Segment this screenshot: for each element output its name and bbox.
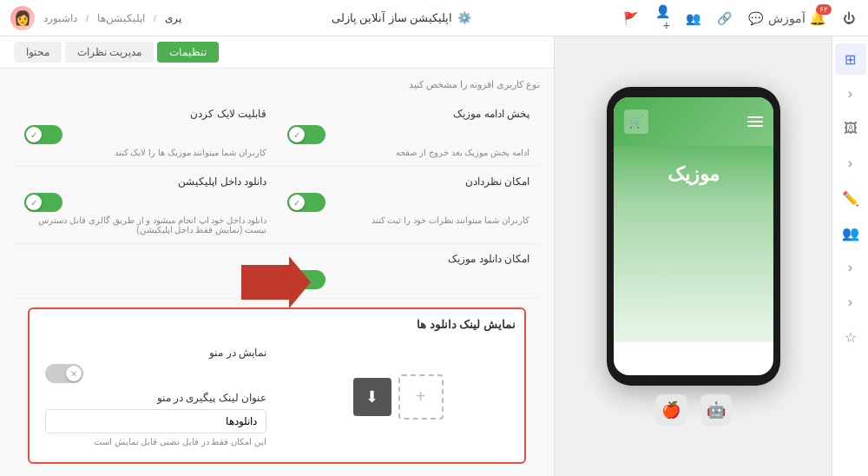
app-title: اپلیکیشن ساز آنلاین پازلی (332, 11, 453, 24)
link-title-note: این امکان فقط در فایل نصبی قابل نمایش اس… (45, 437, 266, 446)
settings-note: نوع کاربری افزونه را مشخص کنید (14, 79, 540, 90)
comment-toggle-knob (289, 195, 305, 210)
link-icon[interactable]: 🔗 (715, 10, 733, 27)
like-toggle-knob (26, 127, 42, 142)
music-play-toggle[interactable] (287, 125, 326, 144)
add-icon: + (416, 387, 426, 407)
like-toggle[interactable] (24, 125, 62, 144)
notification-bell[interactable]: 🔔 ۶۲ (809, 10, 826, 26)
right-sidebar: ⊞ ‹ 🖼 ‹ ✏️ 👥 ‹ ‹ ☆ (832, 36, 868, 476)
download-inapp-desc: دانلود داخل خود اپ انجام میشود و از طریق… (24, 215, 266, 235)
download-section-title: نمایش لینک دانلود ها (38, 318, 516, 331)
download-inapp-title: دانلود داخل اپلیکیشن (24, 175, 266, 188)
sidebar-icon-grid[interactable]: ⊞ (835, 43, 866, 75)
like-toggle-container (24, 125, 266, 144)
download-links-section: نمایش لینک دانلود ها + ⬇ نمایش در منو (28, 307, 526, 464)
sidebar-icon-image[interactable]: 🖼 (835, 113, 866, 144)
training-icon[interactable]: آموزش (778, 10, 795, 27)
music-download-toggle-container (287, 270, 529, 289)
settings-content: نوع کاربری افزونه را مشخص کنید پخش ادامه… (0, 69, 554, 476)
download-inapp-toggle-knob (26, 195, 42, 210)
sidebar-icon-users[interactable]: 👥 (835, 217, 866, 248)
music-play-desc: ادامه پخش موزیک بعد خروج از صفحه (287, 148, 529, 157)
setting-music-play: پخش ادامه موزیک ادامه پخش موزیک بعد خروج… (277, 99, 540, 167)
setting-comment: امکان نظردادن کاربران شما میتوانند نظرات… (277, 167, 540, 244)
music-play-toggle-container (287, 125, 529, 144)
nav-right: پری / اپلیکیشن‌ها / داشبورد 👩 (10, 6, 181, 30)
comment-toggle[interactable] (287, 193, 326, 212)
phone-app-title: موزیک (631, 163, 756, 186)
sidebar-icon-collapse-2[interactable]: ‹ (835, 148, 866, 179)
like-desc: کاربران شما میتوانند موزیک ها را لایک کن… (24, 148, 266, 157)
tab-settings[interactable]: تنظیمات (157, 42, 219, 63)
download-icon: ⬇ (365, 387, 378, 407)
setting-empty (14, 244, 277, 299)
tab-reviews[interactable]: مدیریت نظرات (65, 42, 154, 63)
breadcrumb-current: پری (165, 12, 181, 24)
music-download-toggle[interactable] (287, 270, 326, 289)
comment-desc: کاربران شما میتوانند نظرات خود را ثبت کن… (287, 215, 529, 225)
ios-store-icon[interactable]: 🍎 (655, 394, 687, 426)
phone-bottom-icons: 🤖 🍎 (655, 394, 732, 426)
nav-center-title: ⚙️ اپلیکیشن ساز آنلاین پازلی (332, 11, 472, 24)
music-play-title: پخش ادامه موزیک (287, 108, 529, 120)
like-title: قابلیت لایک کردن (24, 108, 266, 120)
avatar[interactable]: 👩 (10, 6, 35, 30)
content-area: تنظیمات مدیریت نظرات محتوا نوع کاربری اف… (0, 36, 554, 476)
link-title-input[interactable] (45, 409, 266, 433)
flag-icon[interactable]: 🚩 (621, 10, 639, 27)
link-title-label: عنوان لینک پیگیری در منو (45, 392, 266, 404)
tab-content[interactable]: محتوا (14, 42, 62, 63)
download-action-icon[interactable]: ⬇ (353, 378, 391, 416)
android-store-icon[interactable]: 🤖 (700, 394, 732, 426)
comment-toggle-container (287, 193, 529, 212)
notification-badge: ۶۲ (816, 4, 832, 15)
setting-music-download: امکان دانلود موزیک (277, 244, 540, 299)
music-play-toggle-knob (289, 127, 305, 142)
show-in-menu-toggle-knob (66, 366, 82, 381)
download-right-section: نمایش در منو عنوان لینک پیگیری در منو ای… (38, 340, 273, 453)
setting-download-inapp: دانلود داخل اپلیکیشن دانلود داخل خود اپ … (14, 167, 277, 244)
add-user-icon[interactable]: 👤+ (653, 10, 670, 27)
app-icon: ⚙️ (457, 11, 471, 24)
phone-screen: 🛒 موزیک (614, 97, 773, 375)
add-download-icon[interactable]: + (398, 374, 444, 420)
sidebar-icon-pencil[interactable]: ✏️ (835, 182, 866, 214)
sidebar-icon-collapse-3[interactable]: ‹ (835, 252, 866, 283)
users-icon[interactable]: 👥 (684, 10, 701, 27)
download-icons-area: + ⬇ (280, 340, 516, 453)
settings-grid: پخش ادامه موزیک ادامه پخش موزیک بعد خروج… (14, 99, 540, 299)
music-download-title: امکان دانلود موزیک (287, 253, 529, 265)
sidebar-icon-star[interactable]: ☆ (835, 321, 866, 353)
phone-preview-section: 🛒 موزیک 🤖 🍎 (554, 36, 832, 476)
chat-icon[interactable]: 💬 (746, 10, 764, 27)
phone-cart-icon[interactable]: 🛒 (624, 109, 648, 134)
power-icon[interactable]: ⏻ (840, 10, 858, 27)
phone-title-section: موزیک (614, 146, 773, 203)
show-in-menu-toggle[interactable] (45, 364, 83, 383)
phone-frame: 🛒 موزیک (607, 87, 780, 386)
tabs-row: تنظیمات مدیریت نظرات محتوا (0, 36, 554, 69)
comment-title: امکان نظردادن (287, 175, 529, 188)
download-inner-grid: + ⬇ نمایش در منو (38, 340, 516, 453)
download-inapp-toggle-container (24, 193, 266, 212)
phone-menu-icon[interactable] (747, 116, 763, 127)
top-navigation: ⏻ 🔔 ۶۲ آموزش 💬 🔗 👥 👤+ 🚩 ⚙️ اپلیکیشن ساز … (0, 0, 868, 36)
training-label: آموزش (768, 11, 806, 25)
music-download-toggle-knob (289, 272, 305, 288)
sidebar-icon-collapse-1[interactable]: ‹ (835, 78, 866, 109)
nav-left: ⏻ 🔔 ۶۲ آموزش 💬 🔗 👥 👤+ 🚩 (621, 10, 858, 27)
main-layout: ⊞ ‹ 🖼 ‹ ✏️ 👥 ‹ ‹ ☆ 🛒 موزیک (0, 36, 868, 476)
menu-toggle-row (45, 364, 266, 383)
show-in-menu-label: نمایش در منو (45, 347, 266, 359)
download-inapp-toggle[interactable] (24, 193, 62, 212)
setting-like: قابلیت لایک کردن کاربران شما میتوانند مو… (14, 99, 277, 167)
sidebar-icon-collapse-4[interactable]: ‹ (835, 287, 866, 318)
phone-header: 🛒 (614, 97, 773, 146)
breadcrumb-home: داشبورد (43, 12, 77, 24)
breadcrumb-apps: اپلیکیشن‌ها (97, 12, 145, 24)
